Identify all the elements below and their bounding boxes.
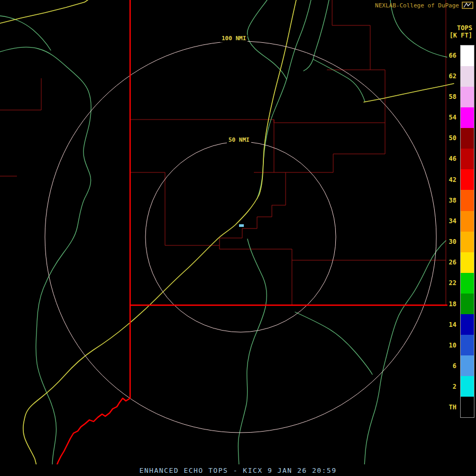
- road: [23, 0, 296, 468]
- legend-label-66: 66: [438, 52, 456, 60]
- legend-color-34: [461, 211, 474, 232]
- legend-label-38: 38: [438, 197, 456, 205]
- state-borders: [56, 0, 447, 467]
- legend-color-18: [461, 294, 474, 314]
- radar-app: { "header": { "brand": "NEXLAB-College o…: [0, 0, 476, 476]
- legend-label-46: 46: [438, 155, 456, 163]
- state-border-line: [56, 305, 130, 467]
- legend-label-14: 14: [438, 321, 456, 329]
- range-ring-label-100nmi: 100 NMI: [220, 35, 248, 42]
- legend-color-TH: [461, 397, 474, 417]
- legend-label-2: 2: [438, 383, 456, 391]
- legend-label-54: 54: [438, 114, 456, 122]
- legend-label-58: 58: [438, 93, 456, 101]
- legend-color-6: [461, 355, 474, 376]
- product-title: ENHANCED ECHO TOPS - KICX 9 JAN 26 20:59: [139, 466, 336, 474]
- radar-map: [0, 0, 476, 476]
- cod-logo-icon: [462, 2, 473, 9]
- legend-color-22: [461, 273, 474, 294]
- legend-label-18: 18: [438, 300, 456, 308]
- legend-label-26: 26: [438, 259, 456, 267]
- county-line: [0, 78, 41, 176]
- radar-map-viewport: 100 NMI 50 NMI: [0, 0, 476, 476]
- legend-color-38: [461, 190, 474, 210]
- legend-color-30: [461, 232, 474, 252]
- legend-label-34: 34: [438, 217, 456, 225]
- county-line: [327, 0, 446, 305]
- road: [0, 0, 88, 23]
- legend-label-10: 10: [438, 342, 456, 350]
- legend-color-46: [461, 149, 474, 169]
- legend-labels: 66625854504642383430262218141062TH: [438, 0, 456, 476]
- river: [257, 0, 311, 199]
- river: [295, 312, 372, 374]
- legend-label-50: 50: [438, 134, 456, 142]
- county-line: [219, 172, 286, 245]
- footer: ENHANCED ECHO TOPS - KICX 9 JAN 26 20:59: [0, 464, 476, 476]
- legend-colorbar: [460, 45, 474, 418]
- legend-color-42: [461, 169, 474, 190]
- legend-color-26: [461, 252, 474, 273]
- legend-color-14: [461, 314, 474, 335]
- range-rings: [45, 41, 436, 433]
- legend-color-62: [461, 66, 474, 87]
- legend-color-54: [461, 107, 474, 128]
- county-line: [130, 172, 446, 305]
- roads: [0, 0, 454, 468]
- legend-label-30: 30: [438, 238, 456, 246]
- legend-label-6: 6: [438, 362, 456, 370]
- legend-color-50: [461, 128, 474, 149]
- header: NEXLAB-College of DuPage: [375, 2, 473, 9]
- legend-color-58: [461, 87, 474, 107]
- county-borders: [0, 0, 446, 305]
- radar-site-marker: [239, 224, 244, 227]
- legend-label-62: 62: [438, 72, 456, 80]
- range-ring-50nmi: [145, 142, 336, 332]
- river: [313, 59, 365, 102]
- county-line: [130, 120, 385, 172]
- legend-label-TH: TH: [438, 404, 456, 411]
- legend-label-42: 42: [438, 176, 456, 184]
- legend-label-22: 22: [438, 279, 456, 287]
- range-ring-100nmi: [45, 41, 436, 433]
- legend-color-2: [461, 376, 474, 397]
- river: [364, 241, 446, 469]
- legend-color-10: [461, 335, 474, 355]
- range-ring-label-50nmi: 50 NMI: [227, 136, 251, 144]
- river: [238, 239, 267, 469]
- legend-color-66: [461, 45, 474, 66]
